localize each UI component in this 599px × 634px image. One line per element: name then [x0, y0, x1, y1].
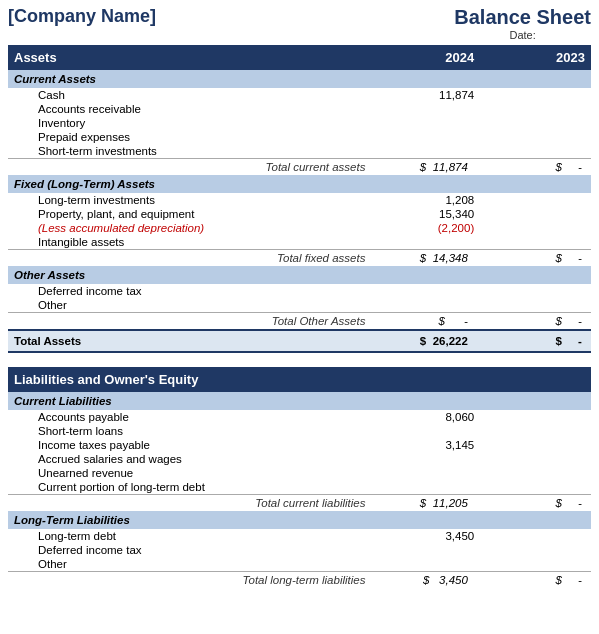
ppe-label: Property, plant, and equipment	[8, 207, 369, 221]
cltd-2023	[480, 480, 591, 495]
col-2024-header: 2024	[369, 45, 480, 70]
total-current-assets-row: Total current assets $ 11,874 $ -	[8, 159, 591, 176]
deferred-tax-label: Deferred income tax	[8, 284, 369, 298]
short-term-loans-row: Short-term loans	[8, 424, 591, 438]
ap-label: Accounts payable	[8, 410, 369, 424]
total-fixed-assets-row: Total fixed assets $ 14,348 $ -	[8, 250, 591, 267]
itp-2023	[480, 438, 591, 452]
dt-2023	[480, 284, 591, 298]
toa-2023: $ -	[480, 313, 591, 331]
current-liabilities-label: Current Liabilities	[8, 392, 591, 410]
lt-other-row: Other	[8, 557, 591, 572]
liabilities-header-row: Liabilities and Owner's Equity	[8, 367, 591, 392]
intangible-2023	[480, 235, 591, 250]
assets-table: Assets 2024 2023 Current Assets Cash 11,…	[8, 45, 591, 353]
itp-2024: 3,145	[369, 438, 480, 452]
assets-header-row: Assets 2024 2023	[8, 45, 591, 70]
depreciation-2023	[480, 221, 591, 235]
other-assets-item-label: Other	[8, 298, 369, 313]
ltdt-2024	[369, 543, 480, 557]
sti-2023	[480, 144, 591, 159]
lt-deferred-tax-row: Deferred income tax	[8, 543, 591, 557]
other-2024	[369, 298, 480, 313]
tltl-label: Total long-term liabilities	[8, 572, 369, 589]
cltd-label: Current portion of long-term debt	[8, 480, 369, 495]
lti-label: Long-term investments	[8, 193, 369, 207]
inventory-label: Inventory	[8, 116, 369, 130]
tca-2024: $ 11,874	[369, 159, 480, 176]
intangible-label: Intangible assets	[8, 235, 369, 250]
stl-label: Short-term loans	[8, 424, 369, 438]
lti-2024: 1,208	[369, 193, 480, 207]
current-assets-label: Current Assets	[8, 70, 591, 88]
current-lt-debt-row: Current portion of long-term debt	[8, 480, 591, 495]
cash-2024: 11,874	[369, 88, 480, 102]
income-taxes-payable-row: Income taxes payable 3,145	[8, 438, 591, 452]
date-label: Date:	[454, 29, 591, 41]
page-header: [Company Name] Balance Sheet Date:	[8, 6, 591, 41]
current-assets-section: Current Assets	[8, 70, 591, 88]
sti-label: Short-term investments	[8, 144, 369, 159]
ur-2023	[480, 466, 591, 480]
lti-2023	[480, 193, 591, 207]
tca-2023: $ -	[480, 159, 591, 176]
depreciation-row: (Less accumulated depreciation) (2,200)	[8, 221, 591, 235]
ur-2024	[369, 466, 480, 480]
toa-2024: $ -	[369, 313, 480, 331]
accrued-salaries-label: Accrued salaries and wages	[8, 452, 369, 466]
lt-liabilities-label: Long-Term Liabilities	[8, 511, 591, 529]
tltl-2024: $ 3,450	[369, 572, 480, 589]
fixed-assets-label: Fixed (Long-Term) Assets	[8, 175, 591, 193]
ar-2024	[369, 102, 480, 116]
tfa-label: Total fixed assets	[8, 250, 369, 267]
total-assets-label: Total Assets	[8, 330, 369, 352]
ltd-2024: 3,450	[369, 529, 480, 543]
cash-row: Cash 11,874	[8, 88, 591, 102]
lt-other-label: Other	[8, 557, 369, 572]
cltd-2024	[369, 480, 480, 495]
ar-2023	[480, 102, 591, 116]
other-assets-label: Other Assets	[8, 266, 591, 284]
deferred-tax-row: Deferred income tax	[8, 284, 591, 298]
total-other-assets-row: Total Other Assets $ - $ -	[8, 313, 591, 331]
toa-label: Total Other Assets	[8, 313, 369, 331]
ppe-2024: 15,340	[369, 207, 480, 221]
tcl-2024: $ 11,205	[369, 495, 480, 512]
spacer	[8, 359, 591, 367]
cash-2023	[480, 88, 591, 102]
lt-debt-row: Long-term debt 3,450	[8, 529, 591, 543]
balance-sheet-title: Balance Sheet	[454, 6, 591, 29]
total-assets-2024: $ 26,222	[369, 330, 480, 352]
tfa-2023: $ -	[480, 250, 591, 267]
liabilities-table: Liabilities and Owner's Equity Current L…	[8, 367, 591, 588]
prepaid-2023	[480, 130, 591, 144]
prepaid-expenses-row: Prepaid expenses	[8, 130, 591, 144]
liabilities-header-label: Liabilities and Owner's Equity	[8, 367, 591, 392]
total-lt-liabilities-row: Total long-term liabilities $ 3,450 $ -	[8, 572, 591, 589]
stl-2023	[480, 424, 591, 438]
total-current-liabilities-row: Total current liabilities $ 11,205 $ -	[8, 495, 591, 512]
itp-label: Income taxes payable	[8, 438, 369, 452]
tltl-2023: $ -	[480, 572, 591, 589]
accounts-receivable-label: Accounts receivable	[8, 102, 369, 116]
total-assets-row: Total Assets $ 26,222 $ -	[8, 330, 591, 352]
inv-2023	[480, 116, 591, 130]
lt-liabilities-section: Long-Term Liabilities	[8, 511, 591, 529]
ap-2024: 8,060	[369, 410, 480, 424]
tfa-2024: $ 14,348	[369, 250, 480, 267]
company-name: [Company Name]	[8, 6, 156, 27]
title-block: Balance Sheet Date:	[454, 6, 591, 41]
prepaid-2024	[369, 130, 480, 144]
short-term-investments-row: Short-term investments	[8, 144, 591, 159]
as-2024	[369, 452, 480, 466]
dt-2024	[369, 284, 480, 298]
unearned-revenue-row: Unearned revenue	[8, 466, 591, 480]
assets-header-label: Assets	[8, 45, 369, 70]
ur-label: Unearned revenue	[8, 466, 369, 480]
inv-2024	[369, 116, 480, 130]
ppe-row: Property, plant, and equipment 15,340	[8, 207, 591, 221]
total-assets-2023: $ -	[480, 330, 591, 352]
accrued-salaries-row: Accrued salaries and wages	[8, 452, 591, 466]
tcl-2023: $ -	[480, 495, 591, 512]
cash-label: Cash	[8, 88, 369, 102]
